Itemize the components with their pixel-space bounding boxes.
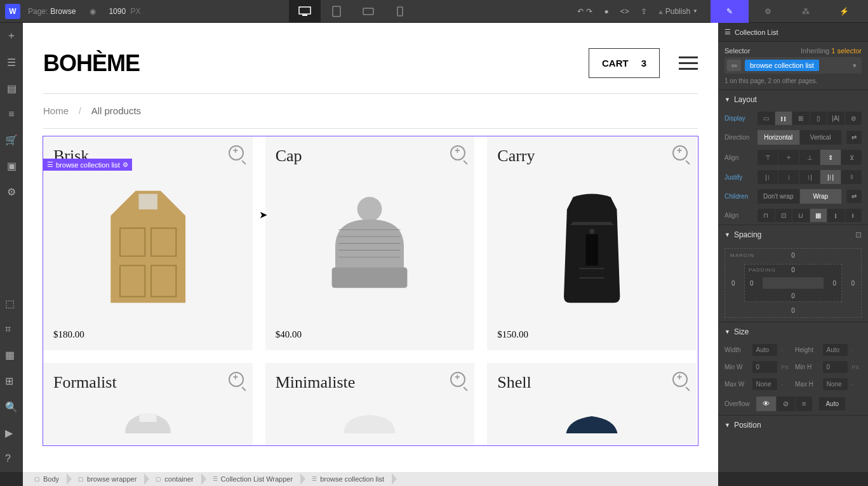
panel-tab-settings[interactable]: ⚙: [749, 0, 787, 23]
minh-input[interactable]: 0: [823, 361, 848, 373]
crumb-container[interactable]: ▢container: [144, 472, 201, 486]
direction-vertical[interactable]: Vertical: [800, 130, 842, 145]
justify-start[interactable]: |⫶: [758, 170, 778, 184]
device-tablet-landscape[interactable]: [352, 0, 384, 23]
ac-between[interactable]: ⫿: [827, 209, 845, 222]
device-desktop[interactable]: [289, 0, 321, 23]
code-icon[interactable]: <>: [620, 7, 629, 16]
display-block[interactable]: ▭: [758, 112, 775, 125]
ac-around[interactable]: ⫾: [845, 209, 862, 222]
add-element-icon[interactable]: ＋: [6, 29, 17, 43]
selector-chip[interactable]: ▭ browse collection list ▾: [724, 57, 862, 74]
canvas[interactable]: BOHÈME CART 3 Home / All products ☰ brow…: [23, 23, 718, 472]
align-center[interactable]: ＋: [778, 150, 799, 165]
align-baseline[interactable]: ⊻: [841, 150, 862, 165]
crumb-body[interactable]: ▢Body: [23, 472, 67, 486]
swap-icon[interactable]: ⇄: [846, 131, 862, 144]
crumb-wrapper[interactable]: ▢browse wrapper: [67, 472, 144, 486]
preview-icon[interactable]: ◉: [90, 7, 96, 16]
product-card[interactable]: Shell: [487, 363, 697, 445]
overflow-scroll[interactable]: ≡: [796, 397, 813, 411]
reverse-icon[interactable]: ⇄: [846, 190, 862, 203]
publish-button[interactable]: ⟁ Publish ▼: [658, 7, 698, 16]
page-selector[interactable]: Page: Browse: [28, 7, 76, 16]
settings-icon[interactable]: ⚙: [7, 186, 16, 198]
overflow-hidden[interactable]: ⊘: [777, 397, 796, 411]
cms-icon[interactable]: ≡: [8, 108, 14, 120]
video-icon[interactable]: ▶: [5, 427, 18, 439]
align-start[interactable]: ⊤: [758, 150, 778, 165]
overflow-auto[interactable]: Auto: [819, 397, 845, 410]
canvas-width[interactable]: 1090 PX: [109, 7, 140, 16]
pages-icon[interactable]: ▤: [7, 82, 17, 95]
product-card[interactable]: Minimaliste: [265, 363, 475, 445]
status-ok-icon[interactable]: ●: [604, 7, 608, 16]
cart-button[interactable]: CART 3: [589, 48, 660, 78]
display-inline-block[interactable]: ▯: [810, 112, 828, 125]
expand-icon[interactable]: ⊡: [855, 230, 862, 239]
padding-top[interactable]: 0: [791, 266, 795, 273]
selection-icon[interactable]: ⌗: [5, 324, 18, 335]
panel-tab-effects[interactable]: ⁂: [787, 0, 825, 23]
panel-tab-style[interactable]: ✎: [711, 0, 749, 23]
section-title[interactable]: ▼Spacing⊡: [718, 225, 868, 244]
webflow-logo[interactable]: W: [5, 4, 20, 19]
product-card[interactable]: Carry $150.00: [487, 136, 697, 350]
product-card[interactable]: Cap $40.00: [265, 136, 475, 350]
height-input[interactable]: Auto: [823, 344, 848, 356]
navigator-icon[interactable]: ☰: [7, 56, 16, 69]
redo-icon[interactable]: ↷: [586, 7, 592, 16]
ac-start[interactable]: ⊓: [758, 209, 775, 222]
margin-right[interactable]: 0: [851, 280, 855, 287]
section-title[interactable]: ▼Size: [718, 322, 868, 341]
panel-tab-interactions[interactable]: ⚡: [825, 0, 863, 23]
zoom-icon[interactable]: [229, 372, 244, 387]
zoom-icon[interactable]: [229, 145, 244, 161]
justify-around[interactable]: ⫴: [841, 170, 862, 184]
justify-end[interactable]: ⫶|: [799, 170, 820, 184]
device-tablet[interactable]: [321, 0, 352, 23]
undo-icon[interactable]: ↶: [577, 7, 584, 16]
margin-bottom[interactable]: 0: [791, 307, 795, 314]
ac-end[interactable]: ⊔: [792, 209, 810, 222]
section-title[interactable]: ▼Position: [718, 416, 868, 435]
wrap-nowrap[interactable]: Don't wrap: [758, 189, 800, 204]
maxw-input[interactable]: None: [752, 378, 778, 390]
assets-icon[interactable]: ▣: [7, 160, 17, 172]
justify-center[interactable]: ⫶: [778, 170, 799, 184]
maxh-input[interactable]: None: [823, 378, 848, 390]
padding-left[interactable]: 0: [750, 280, 754, 287]
search-icon[interactable]: 🔍: [5, 401, 18, 413]
wrap-wrap[interactable]: Wrap: [800, 189, 842, 204]
selection-tag[interactable]: ☰ browse collection list ⚙: [43, 159, 132, 171]
display-none[interactable]: ⊘: [845, 112, 862, 125]
product-card[interactable]: Formalist: [43, 363, 253, 445]
direction-horizontal[interactable]: Horizontal: [758, 130, 800, 145]
display-grid[interactable]: ⊞: [792, 112, 810, 125]
ac-stretch[interactable]: ▦: [810, 209, 828, 222]
ac-center[interactable]: ⊡: [775, 209, 793, 222]
brand-logo[interactable]: BOHÈME: [43, 50, 140, 77]
export-icon[interactable]: ⇪: [641, 7, 647, 16]
padding-bottom[interactable]: 0: [791, 292, 795, 299]
spacing-box[interactable]: MARGIN 0 0 0 0 PADDING 0 0 0 0: [724, 248, 862, 318]
crumb-collection-list[interactable]: ☰browse collection list: [300, 472, 392, 486]
gear-icon[interactable]: ⚙: [123, 161, 128, 168]
collection-list[interactable]: Brisk $180.00 Cap $40.00 Carry: [43, 136, 698, 445]
menu-icon[interactable]: [679, 56, 698, 70]
ruler-icon[interactable]: ⊞: [5, 375, 18, 387]
help-icon[interactable]: ?: [5, 453, 18, 464]
display-flex[interactable]: ⫿⫿: [775, 112, 793, 125]
chevron-down-icon[interactable]: ▾: [853, 62, 859, 70]
device-mobile[interactable]: [384, 0, 416, 23]
width-input[interactable]: Auto: [752, 344, 778, 356]
padding-right[interactable]: 0: [832, 280, 836, 287]
section-title[interactable]: ▼Layout: [718, 90, 868, 109]
zoom-icon[interactable]: [672, 145, 688, 161]
zoom-icon[interactable]: [672, 372, 688, 387]
align-stretch[interactable]: ⇕: [820, 150, 841, 165]
crumb-collection-wrapper[interactable]: ☰Collection List Wrapper: [201, 472, 301, 486]
overflow-visible[interactable]: 👁: [756, 397, 777, 411]
justify-between[interactable]: |⫶|: [820, 170, 841, 184]
align-end[interactable]: ⊥: [799, 150, 820, 165]
